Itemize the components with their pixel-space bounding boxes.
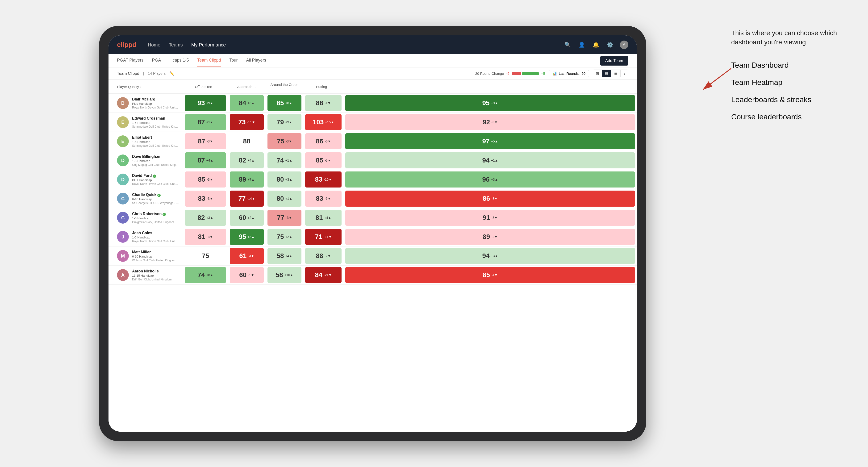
table-row: DDavid Ford✓Plus HandicapRoyal North Dev… — [108, 170, 637, 189]
team-header: Team Clippd | 14 Players ✏️ 20 Round Cha… — [108, 67, 637, 80]
score-cell-7-2[interactable]: 75+2▲ — [266, 227, 303, 247]
add-team-button[interactable]: Add Team — [600, 56, 628, 66]
score-cell-9-3[interactable]: 84-21▼ — [303, 266, 343, 285]
score-cell-3-4[interactable]: 94+1▲ — [343, 151, 637, 170]
score-cell-1-3[interactable]: 103+15▲ — [303, 113, 343, 132]
profile-icon[interactable]: 👤 — [578, 40, 586, 49]
score-cell-1-0[interactable]: 87+1▲ — [183, 113, 228, 132]
list-view-button[interactable]: ☰ — [611, 70, 621, 77]
sub-nav-tab-hcaps-1-5[interactable]: Hcaps 1-5 — [169, 54, 189, 67]
sub-nav-tab-team-clippd[interactable]: Team Clippd — [197, 54, 221, 67]
score-cell-5-1[interactable]: 77-14▼ — [228, 189, 266, 208]
score-cell-9-4[interactable]: 85-4▼ — [343, 266, 637, 285]
player-cell-5[interactable]: CCharlie Quick✓6-10 HandicapSt. George's… — [108, 189, 183, 208]
player-cell-2[interactable]: EElliot Ebert1-5 HandicapSunningdale Gol… — [108, 132, 183, 151]
score-change: -4▼ — [491, 273, 497, 277]
edit-icon[interactable]: ✏️ — [169, 71, 174, 76]
score-cell-0-2[interactable]: 85+8▲ — [266, 94, 303, 113]
score-cell-2-1[interactable]: 88 — [228, 132, 266, 151]
download-button[interactable]: ↓ — [621, 70, 628, 77]
dashboard-option-1[interactable]: Team Heatmap — [731, 78, 854, 87]
score-change: -1▼ — [248, 273, 254, 277]
score-cell-7-4[interactable]: 89-2▼ — [343, 227, 637, 247]
score-cell-2-3[interactable]: 86-6▼ — [303, 132, 343, 151]
score-cell-1-4[interactable]: 92-3▼ — [343, 113, 637, 132]
score-cell-3-2[interactable]: 74+1▲ — [266, 151, 303, 170]
grid-view-button[interactable]: ⊞ — [593, 70, 602, 77]
score-cell-0-1[interactable]: 84+6▲ — [228, 94, 266, 113]
score-cell-7-3[interactable]: 71-11▼ — [303, 227, 343, 247]
sub-nav-tab-tour[interactable]: Tour — [229, 54, 238, 67]
score-cell-3-3[interactable]: 85-3▼ — [303, 151, 343, 170]
score-cell-9-1[interactable]: 60-1▼ — [228, 266, 266, 285]
dashboard-option-3[interactable]: Course leaderboards — [731, 113, 854, 121]
score-cell-6-1[interactable]: 60+2▲ — [228, 208, 266, 227]
score-cell-5-0[interactable]: 83-3▼ — [183, 189, 228, 208]
player-cell-8[interactable]: MMatt Miller6-10 HandicapWoburn Golf Clu… — [108, 247, 183, 266]
player-cell-4[interactable]: DDavid Ford✓Plus HandicapRoyal North Dev… — [108, 170, 183, 189]
score-cell-8-4[interactable]: 94+3▲ — [343, 247, 637, 266]
score-change: +4▲ — [206, 158, 214, 162]
nav-item-teams[interactable]: Teams — [169, 42, 183, 48]
score-cell-3-1[interactable]: 82+4▲ — [228, 151, 266, 170]
score-cell-8-0[interactable]: 75 — [183, 247, 228, 266]
score-cell-8-2[interactable]: 58+4▲ — [266, 247, 303, 266]
score-cell-3-0[interactable]: 87+4▲ — [183, 151, 228, 170]
sub-nav-tab-pgat-players[interactable]: PGAT Players — [117, 54, 144, 67]
sub-nav-tab-pga[interactable]: PGA — [152, 54, 161, 67]
score-cell-5-2[interactable]: 80+1▲ — [266, 189, 303, 208]
nav-item-my-performance[interactable]: My Performance — [191, 42, 226, 48]
player-cell-7[interactable]: JJosh Coles1-5 HandicapRoyal North Devon… — [108, 227, 183, 247]
score-cell-9-0[interactable]: 74+8▲ — [183, 266, 228, 285]
player-cell-1[interactable]: EEdward Crossman1-5 HandicapSunningdale … — [108, 113, 183, 132]
score-cell-6-3[interactable]: 81+4▲ — [303, 208, 343, 227]
score-cell-2-4[interactable]: 97+5▲ — [343, 132, 637, 151]
score-cell-8-3[interactable]: 88-2▼ — [303, 247, 343, 266]
score-cell-6-0[interactable]: 82+3▲ — [183, 208, 228, 227]
col-header-approach: Around the Green → — [266, 80, 303, 94]
score-cell-4-0[interactable]: 85-3▼ — [183, 170, 228, 189]
score-cell-6-4[interactable]: 91-3▼ — [343, 208, 637, 227]
score-number: 86 — [483, 195, 490, 203]
nav-item-home[interactable]: Home — [148, 42, 160, 48]
score-cell-7-1[interactable]: 95+8▲ — [228, 227, 266, 247]
player-cell-6[interactable]: CChris Robertson✓1-5 HandicapCraigmillar… — [108, 208, 183, 227]
avatar[interactable]: A — [620, 40, 628, 49]
score-cell-5-3[interactable]: 83-6▼ — [303, 189, 343, 208]
player-cell-3[interactable]: DDave Billingham1-5 HandicapGog Magog Go… — [108, 151, 183, 170]
score-cell-0-4[interactable]: 95+9▲ — [343, 94, 637, 113]
score-cell-5-4[interactable]: 86-8▼ — [343, 189, 637, 208]
score-cell-9-2[interactable]: 58+10▲ — [266, 266, 303, 285]
score-number: 82 — [239, 157, 246, 164]
player-cell-0[interactable]: BBlair McHargPlus HandicapRoyal North De… — [108, 94, 183, 113]
score-cell-4-4[interactable]: 96+3▲ — [343, 170, 637, 189]
score-cell-0-3[interactable]: 88-1▼ — [303, 94, 343, 113]
settings-icon[interactable]: ⚙️ — [606, 40, 614, 49]
score-number: 83 — [198, 195, 205, 203]
dashboard-option-2[interactable]: Leaderboards & streaks — [731, 95, 854, 104]
nav-items: HomeTeamsMy Performance — [148, 42, 563, 48]
score-cell-1-2[interactable]: 79+9▲ — [266, 113, 303, 132]
score-cell-4-3[interactable]: 83-10▼ — [303, 170, 343, 189]
last-rounds-button[interactable]: 📊 Last Rounds: 20 — [549, 70, 589, 77]
score-number: 73 — [238, 118, 246, 126]
table-row: CCharlie Quick✓6-10 HandicapSt. George's… — [108, 189, 637, 208]
score-cell-2-0[interactable]: 87-3▼ — [183, 132, 228, 151]
notification-icon[interactable]: 🔔 — [592, 40, 600, 49]
score-change: +3▲ — [491, 178, 498, 181]
score-cell-4-2[interactable]: 80+3▲ — [266, 170, 303, 189]
dashboard-option-0[interactable]: Team Dashboard — [731, 61, 854, 69]
score-cell-7-0[interactable]: 81-3▼ — [183, 227, 228, 247]
score-cell-6-2[interactable]: 77-3▼ — [266, 208, 303, 227]
score-cell-0-0[interactable]: 93+9▲ — [183, 94, 228, 113]
score-cell-4-1[interactable]: 89+7▲ — [228, 170, 266, 189]
score-cell-2-2[interactable]: 75-3▼ — [266, 132, 303, 151]
heatmap-view-button[interactable]: ▦ — [602, 70, 611, 77]
search-icon[interactable]: 🔍 — [563, 40, 572, 49]
sub-nav-tab-all-players[interactable]: All Players — [246, 54, 266, 67]
score-cell-1-1[interactable]: 73-11▼ — [228, 113, 266, 132]
tablet-frame: clippd HomeTeamsMy Performance 🔍 👤 🔔 ⚙️ … — [99, 26, 646, 441]
score-change: +1▲ — [491, 158, 498, 162]
player-cell-9[interactable]: AAaron Nicholls11-15 HandicapDrift Golf … — [108, 266, 183, 285]
score-cell-8-1[interactable]: 61-3▼ — [228, 247, 266, 266]
